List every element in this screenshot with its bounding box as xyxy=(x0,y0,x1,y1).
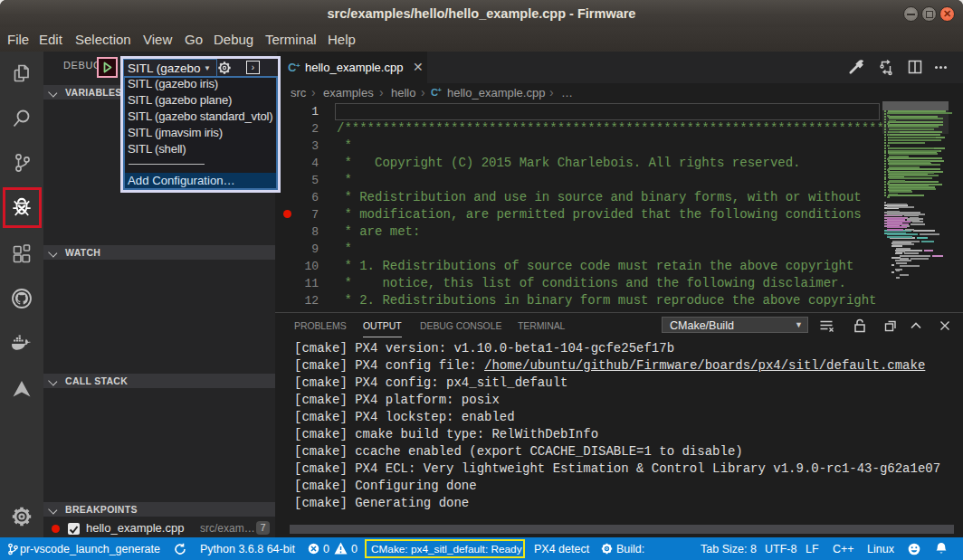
svg-text:+: + xyxy=(437,86,442,94)
svg-text:+: + xyxy=(296,62,300,70)
